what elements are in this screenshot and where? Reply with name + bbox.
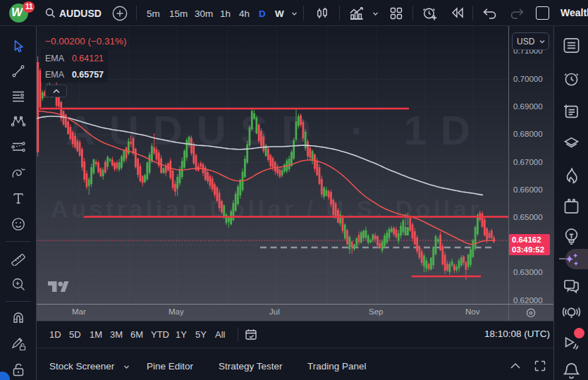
- svg-text:Australian Dollar / U.S. Dolla: Australian Dollar / U.S. Dollar: [51, 195, 482, 222]
